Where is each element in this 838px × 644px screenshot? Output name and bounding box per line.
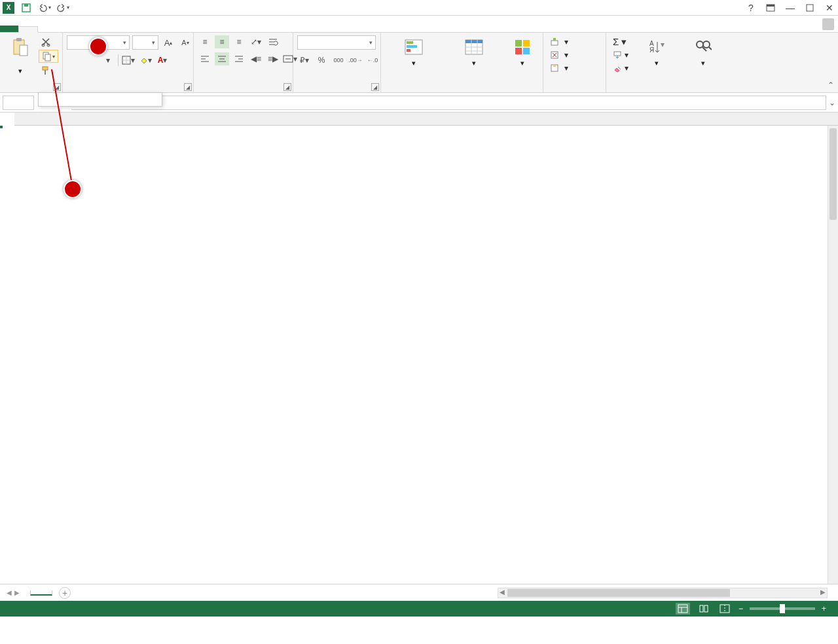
formula-input[interactable] (71, 96, 826, 110)
alignment-launcher[interactable]: ◢ (283, 83, 291, 91)
orientation-button[interactable]: ⤢▾ (249, 35, 263, 48)
format-table-button[interactable]: ▾ (445, 35, 503, 67)
svg-rect-6 (16, 38, 22, 41)
comma-button[interactable]: 000 (331, 54, 346, 67)
save-button[interactable] (20, 1, 33, 14)
tab-review[interactable] (111, 27, 130, 32)
undo-button[interactable]: ▾ (38, 1, 51, 14)
editing-label (610, 90, 733, 91)
svg-rect-61 (700, 605, 703, 612)
expand-formula-bar[interactable]: ⌄ (826, 98, 838, 107)
conditional-format-button[interactable]: ▾ (385, 35, 443, 67)
font-size-combo[interactable]: ▾ (132, 35, 158, 50)
vertical-scrollbar[interactable] (828, 126, 838, 584)
title-bar: X ▾ ▾ ? — ✕ (0, 0, 838, 16)
align-center-button[interactable] (215, 52, 229, 65)
underline-button[interactable]: ▾ (101, 54, 115, 67)
ribbon: ▾ ▾ ◢ ▾ ▾ A▴ A▾ ▾ ▾ (0, 33, 838, 93)
page-break-view-button[interactable] (718, 603, 732, 615)
group-editing: Σ ▾ ▾ ▾ AЯ ▾ ▾ (606, 33, 737, 92)
svg-rect-3 (767, 5, 774, 7)
clipboard-label (4, 90, 58, 91)
svg-rect-32 (407, 45, 417, 48)
minimize-button[interactable]: — (784, 3, 796, 13)
collapse-ribbon-button[interactable]: ⌃ (828, 80, 834, 90)
number-launcher[interactable]: ◢ (371, 83, 379, 91)
fill-button[interactable]: ▾ (610, 48, 631, 62)
maximize-button[interactable] (804, 3, 816, 13)
sort-filter-button[interactable]: AЯ ▾ (634, 35, 680, 67)
sheet-nav-prev[interactable]: ◀ (7, 589, 12, 596)
group-font: ▾ ▾ A▴ A▾ ▾ ▾ ▾ A▾ ◢ (63, 33, 194, 92)
svg-rect-40 (515, 40, 522, 46)
increase-font-button[interactable]: A▴ (161, 36, 175, 49)
fill-color-button[interactable]: ▾ (138, 54, 153, 67)
normal-view-button[interactable] (676, 603, 690, 615)
svg-point-54 (697, 41, 703, 48)
worksheet-grid[interactable] (0, 113, 838, 584)
svg-rect-31 (407, 41, 413, 44)
name-box[interactable] (3, 96, 34, 110)
italic-button[interactable] (84, 54, 98, 67)
svg-rect-58 (678, 605, 687, 613)
tab-view[interactable] (130, 27, 148, 32)
svg-rect-50 (614, 52, 621, 56)
sheet-tab-1[interactable] (30, 590, 52, 596)
delete-cells-button[interactable]: ▾ (547, 48, 571, 62)
font-color-button[interactable]: A▾ (155, 54, 170, 67)
sheet-nav-next[interactable]: ▶ (14, 589, 20, 596)
accounting-format-button[interactable]: ₽▾ (297, 54, 312, 67)
decrease-indent-button[interactable]: ◀≡ (249, 52, 263, 65)
borders-button[interactable]: ▾ (121, 54, 136, 67)
close-button[interactable]: ✕ (824, 3, 835, 13)
add-sheet-button[interactable]: + (59, 587, 71, 599)
number-format-combo[interactable]: ▾ (297, 35, 376, 50)
font-launcher[interactable]: ◢ (184, 83, 192, 91)
percent-button[interactable]: % (314, 54, 329, 67)
align-bottom-button[interactable]: ≡ (232, 35, 246, 48)
quick-access-toolbar: ▾ ▾ (20, 1, 69, 14)
svg-rect-43 (523, 48, 530, 54)
decrease-font-button[interactable]: A▾ (178, 36, 192, 49)
decrease-decimal-button[interactable]: ←.0 (365, 54, 380, 67)
increase-indent-button[interactable]: ≡▶ (266, 52, 280, 65)
align-right-button[interactable] (232, 52, 246, 65)
svg-rect-11 (45, 54, 50, 61)
cells-group-label (547, 90, 602, 91)
format-cells-button[interactable]: ▾ (547, 62, 571, 75)
increase-decimal-button[interactable]: .00→ (348, 54, 363, 67)
user-icon[interactable] (822, 18, 834, 30)
tab-data[interactable] (93, 27, 111, 32)
annotation-2 (64, 180, 82, 198)
cut-button[interactable] (39, 35, 53, 48)
svg-rect-35 (465, 40, 483, 43)
align-left-button[interactable] (198, 52, 212, 65)
insert-cells-button[interactable]: ▾ (547, 35, 571, 48)
copy-button[interactable]: ▾ (39, 50, 58, 63)
ribbon-display-button[interactable] (765, 3, 776, 13)
page-layout-view-button[interactable] (697, 603, 711, 615)
bold-button[interactable] (67, 54, 81, 67)
align-middle-button[interactable]: ≡ (215, 35, 229, 48)
clear-button[interactable]: ▾ (610, 62, 631, 75)
find-select-button[interactable]: ▾ (682, 35, 724, 67)
autosum-button[interactable]: Σ ▾ (610, 35, 631, 48)
tab-insert[interactable] (38, 27, 56, 32)
zoom-in-button[interactable]: + (822, 604, 826, 613)
sheet-tab-bar: ◀ ▶ + ◀ ▶ (0, 584, 838, 601)
zoom-out-button[interactable]: − (738, 604, 743, 613)
svg-rect-33 (407, 49, 410, 52)
horizontal-scrollbar[interactable]: ◀ ▶ (498, 588, 828, 598)
redo-button[interactable]: ▾ (56, 1, 69, 14)
tab-home[interactable] (18, 26, 38, 33)
marching-ants-selection (0, 126, 3, 128)
tab-file[interactable] (0, 26, 18, 32)
cell-styles-button[interactable]: ▾ (505, 35, 539, 67)
paste-button[interactable]: ▾ (4, 35, 36, 75)
help-button[interactable]: ? (745, 3, 757, 13)
wrap-text-button[interactable] (266, 35, 280, 48)
zoom-slider[interactable] (750, 607, 815, 610)
align-top-button[interactable]: ≡ (198, 35, 212, 48)
tab-formulas[interactable] (75, 27, 93, 32)
tab-layout[interactable] (56, 27, 75, 32)
